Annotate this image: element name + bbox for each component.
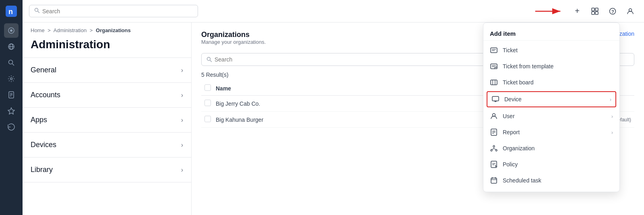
nav-item-library[interactable]: Library ›: [23, 158, 191, 182]
dropdown-item-ticket-board[interactable]: Ticket board: [483, 74, 619, 90]
add-button[interactable]: +: [570, 4, 584, 18]
chevron-library-icon: ›: [181, 166, 183, 174]
ticket-board-label: Ticket board: [503, 79, 613, 86]
report-icon: [490, 128, 498, 136]
nav-label-accounts: Accounts: [31, 91, 60, 99]
svg-line-8: [12, 64, 14, 66]
settings-sidebar-icon[interactable]: [4, 72, 19, 86]
dropdown-item-user[interactable]: User ›: [483, 108, 619, 124]
page-title: Administration: [23, 35, 191, 57]
ticket-label: Ticket: [503, 47, 613, 53]
chevron-apps-icon: ›: [181, 117, 183, 124]
row2-checkbox[interactable]: [204, 116, 211, 122]
svg-point-15: [35, 8, 38, 12]
ticket-icon: [490, 46, 498, 54]
svg-marker-14: [8, 108, 14, 114]
dropdown-item-device[interactable]: Device ›: [487, 91, 616, 107]
svg-point-50: [495, 149, 497, 151]
svg-rect-40: [492, 96, 499, 101]
chevron-accounts-icon: ›: [181, 92, 183, 99]
chevron-general-icon: ›: [181, 67, 183, 74]
ticket-template-icon: [490, 62, 498, 70]
policy-icon: [490, 160, 498, 168]
search-input[interactable]: [42, 8, 193, 14]
chevron-devices-icon: ›: [181, 141, 183, 149]
topbar-right: + ?: [533, 4, 638, 18]
dropdown-item-ticket-template[interactable]: Ticket from template: [483, 58, 619, 74]
nav-label-apps: Apps: [31, 116, 47, 124]
nav-item-apps[interactable]: Apps ›: [23, 108, 191, 133]
device-chevron-icon: ›: [610, 96, 611, 102]
breadcrumb-home[interactable]: Home: [31, 27, 45, 33]
breadcrumb-sep2: >: [90, 27, 93, 33]
sidebar: n: [0, 0, 23, 215]
sidebar-logo[interactable]: n: [4, 4, 19, 18]
dropdown-header: Add item: [483, 26, 619, 41]
svg-line-52: [491, 149, 494, 149]
nav-item-general[interactable]: General ›: [23, 58, 191, 83]
dropdown-item-organization[interactable]: Organization: [483, 140, 619, 156]
add-item-dropdown: Add item Ticket Ticket from template Tic…: [483, 23, 620, 192]
calendar-icon: [490, 176, 498, 184]
policy-label: Policy: [503, 161, 613, 168]
device-label: Device: [504, 96, 605, 102]
help-button[interactable]: ?: [605, 4, 620, 18]
svg-point-26: [207, 57, 211, 61]
ticket-template-label: Ticket from template: [503, 63, 613, 70]
svg-point-7: [9, 60, 13, 64]
nav-item-devices[interactable]: Devices ›: [23, 133, 191, 158]
dropdown-item-ticket[interactable]: Ticket: [483, 42, 619, 58]
star-sidebar-icon[interactable]: [4, 104, 19, 118]
user-chevron-icon: ›: [611, 113, 613, 119]
svg-point-49: [491, 149, 492, 151]
report-chevron-icon: ›: [611, 129, 613, 135]
row1-checkbox[interactable]: [204, 100, 211, 106]
user-icon: [490, 112, 498, 120]
user-label: User: [503, 113, 607, 119]
svg-rect-37: [491, 80, 497, 85]
nav-section: General › Accounts › Apps › Devices › Li…: [23, 57, 191, 182]
scheduled-task-label: Scheduled task: [503, 177, 613, 184]
svg-text:?: ?: [611, 9, 614, 14]
svg-rect-22: [595, 12, 598, 14]
organization-label: Organization: [503, 145, 613, 152]
dropdown-item-scheduled-task[interactable]: Scheduled task: [483, 172, 619, 188]
svg-text:n: n: [8, 8, 13, 16]
dropdown-item-report[interactable]: Report ›: [483, 124, 619, 140]
dropdown-item-policy[interactable]: Policy: [483, 156, 619, 172]
globe-icon[interactable]: [4, 39, 19, 54]
search-box[interactable]: [29, 5, 198, 17]
svg-rect-20: [595, 8, 598, 11]
svg-point-48: [493, 145, 495, 147]
nav-label-library: Library: [31, 166, 53, 174]
svg-point-9: [10, 78, 12, 80]
svg-line-27: [210, 60, 212, 62]
svg-rect-19: [592, 8, 594, 11]
nav-item-accounts[interactable]: Accounts ›: [23, 83, 191, 108]
svg-rect-28: [491, 48, 497, 53]
search-topbar-icon: [34, 8, 40, 14]
history-sidebar-icon[interactable]: [4, 120, 19, 134]
ticket-board-icon: [490, 78, 498, 86]
breadcrumb-sep1: >: [47, 27, 51, 33]
dashboard-icon[interactable]: [4, 23, 19, 38]
search-sidebar-icon[interactable]: [4, 55, 19, 70]
svg-point-3: [10, 29, 12, 32]
grid-view-button[interactable]: [588, 4, 602, 18]
svg-rect-57: [491, 178, 497, 183]
row1-name: Big Jerry Cab Co.: [216, 100, 260, 107]
red-arrow: [533, 6, 565, 16]
report-label: Report: [503, 129, 607, 135]
organization-icon: [490, 144, 498, 152]
topbar: + ?: [23, 0, 644, 23]
svg-rect-21: [592, 12, 594, 14]
nav-label-general: General: [31, 66, 56, 74]
select-all-checkbox[interactable]: [204, 84, 211, 91]
breadcrumb: Home > Administration > Organizations: [23, 23, 191, 35]
user-button[interactable]: [623, 4, 638, 18]
document-sidebar-icon[interactable]: [4, 88, 19, 102]
svg-line-53: [494, 149, 496, 149]
breadcrumb-admin[interactable]: Administration: [54, 27, 87, 33]
left-panel: Home > Administration > Organizations Ad…: [23, 23, 192, 215]
row2-name: Big Kahuna Burger: [216, 117, 263, 123]
